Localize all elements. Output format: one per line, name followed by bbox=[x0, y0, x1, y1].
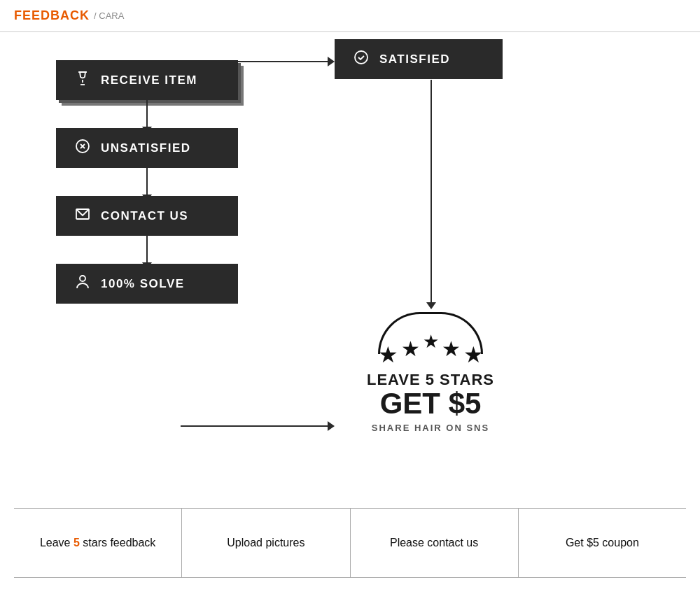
svg-point-2 bbox=[80, 276, 85, 281]
person-icon bbox=[73, 274, 92, 294]
solve-box: 100% SOLVE bbox=[56, 264, 238, 304]
arc-decoration bbox=[378, 312, 483, 354]
arrow-solve-to-reward bbox=[181, 421, 335, 431]
reward-line3: SHARE HAIR ON SNS bbox=[350, 423, 511, 433]
h-arrow-head-top bbox=[328, 57, 335, 66]
header-sub: / CARA bbox=[94, 10, 124, 21]
satisfied-label: SATISFIED bbox=[379, 52, 450, 66]
unsatisfied-label: UNSATISFIED bbox=[101, 141, 191, 155]
reward-line2: GET $5 bbox=[350, 389, 511, 418]
reward-graphic: ★ ★ ★ ★ ★ LEAVE 5 STARS GET $5 SHARE HAI… bbox=[350, 312, 511, 433]
h-arrow-head-bottom bbox=[328, 421, 335, 431]
contact-box: CONTACT US bbox=[56, 196, 238, 236]
goblet-icon bbox=[73, 70, 92, 90]
arrow-unsatisfied-to-contact bbox=[146, 168, 148, 196]
diagram-area: RECEIVE ITEM UNSATISFIED CONTACT US bbox=[0, 32, 700, 508]
please-contact-text: Please contact us bbox=[390, 535, 478, 551]
unsatisfied-box: UNSATISFIED bbox=[56, 128, 238, 168]
header-title: FEEDBACK bbox=[14, 8, 90, 23]
bottom-please-contact: Please contact us bbox=[351, 509, 519, 577]
h-arrow-line-top bbox=[181, 61, 328, 62]
bottom-upload-pictures: Upload pictures bbox=[182, 509, 350, 577]
arrow-contact-to-solve bbox=[146, 236, 148, 264]
header: FEEDBACK / CARA bbox=[0, 0, 700, 32]
bottom-bar: Leave 5 stars feedback Upload pictures P… bbox=[14, 508, 686, 578]
svg-point-3 bbox=[355, 51, 368, 64]
get-coupon-text: Get $5 coupon bbox=[566, 535, 639, 551]
mail-icon bbox=[73, 206, 92, 226]
leave-stars-text: Leave 5 stars feedback bbox=[40, 535, 155, 551]
check-circle-icon bbox=[351, 49, 371, 69]
contact-label: CONTACT US bbox=[101, 209, 188, 223]
v-line-satisfied-to-reward bbox=[430, 80, 432, 304]
stars-arc: ★ ★ ★ ★ ★ bbox=[350, 312, 511, 368]
satisfied-box: SATISFIED bbox=[335, 39, 503, 79]
bottom-get-coupon: Get $5 coupon bbox=[519, 509, 686, 577]
left-flow-column: RECEIVE ITEM UNSATISFIED CONTACT US bbox=[42, 60, 252, 480]
h-arrow-line-bottom bbox=[181, 425, 328, 427]
upload-pictures-text: Upload pictures bbox=[227, 535, 304, 551]
x-circle-icon bbox=[73, 138, 92, 158]
highlight-5: 5 bbox=[74, 537, 80, 549]
receive-label: RECEIVE ITEM bbox=[101, 73, 197, 87]
bottom-leave-stars: Leave 5 stars feedback bbox=[14, 509, 182, 577]
arrow-receive-to-unsatisfied bbox=[146, 100, 148, 128]
solve-label: 100% SOLVE bbox=[101, 277, 185, 291]
arrow-receive-to-satisfied bbox=[181, 57, 335, 66]
